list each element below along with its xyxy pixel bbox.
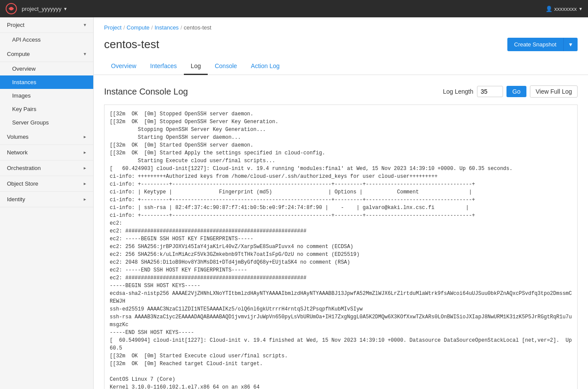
layout: Project ▾ API Access Compute ▾ Overview … — [0, 17, 588, 389]
topbar-project-caret: ▼ — [63, 7, 68, 11]
tab-interfaces[interactable]: Interfaces — [143, 58, 183, 75]
sidebar-project-label: Project — [7, 22, 24, 28]
log-controls: Log Length Go View Full Log — [443, 85, 578, 98]
sidebar-network-header[interactable]: Network ▸ — [0, 145, 93, 160]
tab-action-log[interactable]: Action Log — [244, 58, 287, 75]
topbar-user-caret: ▼ — [578, 7, 583, 11]
tab-console[interactable]: Console — [208, 58, 244, 75]
sidebar-orchestration-header[interactable]: Orchestration ▸ — [0, 160, 93, 176]
tabs: Overview Interfaces Log Console Action L… — [94, 58, 588, 75]
topbar-user[interactable]: 👤 xxxxxxxx ▼ — [546, 6, 583, 12]
create-snapshot-button[interactable]: Create Snapshot — [507, 38, 564, 51]
sidebar-compute-header[interactable]: Compute ▾ — [0, 46, 93, 62]
sidebar-item-overview[interactable]: Overview — [0, 62, 93, 75]
sidebar-object-store-label: Object Store — [7, 180, 38, 187]
breadcrumb-sep2: / — [151, 24, 153, 31]
sidebar-orchestration-caret: ▸ — [84, 165, 86, 171]
sidebar-identity-label: Identity — [7, 196, 25, 203]
sidebar-project-header[interactable]: Project ▾ — [0, 17, 93, 33]
topbar: project_yyyyyyy ▼ 👤 xxxxxxxx ▼ — [0, 0, 588, 17]
sidebar-item-key-pairs-label: Key Pairs — [12, 106, 36, 112]
sidebar-item-server-groups-label: Server Groups — [12, 119, 49, 126]
user-icon: 👤 — [546, 6, 552, 12]
sidebar-item-instances[interactable]: Instances — [0, 75, 93, 89]
breadcrumb-sep1: / — [123, 24, 125, 31]
topbar-project[interactable]: project_yyyyyyy ▼ — [22, 6, 68, 12]
sidebar-orchestration-label: Orchestration — [7, 165, 41, 171]
log-header: Instance Console Log Log Length Go View … — [104, 85, 578, 98]
sidebar-volumes-header[interactable]: Volumes ▸ — [0, 129, 93, 145]
create-snapshot-dropdown-button[interactable]: ▼ — [563, 38, 578, 51]
page-title: centos-test — [104, 38, 159, 51]
sidebar-compute-caret: ▾ — [84, 51, 86, 57]
log-length-label: Log Length — [443, 88, 473, 95]
topbar-project-label: project_yyyyyyy — [22, 6, 62, 12]
log-length-input[interactable] — [477, 86, 503, 97]
tab-overview[interactable]: Overview — [104, 58, 143, 75]
sidebar-object-store-header[interactable]: Object Store ▸ — [0, 176, 93, 192]
sidebar-item-images[interactable]: Images — [0, 89, 93, 102]
sidebar-project-caret: ▾ — [84, 22, 86, 28]
sidebar-item-key-pairs[interactable]: Key Pairs — [0, 102, 93, 116]
sidebar-item-api-access[interactable]: API Access — [0, 33, 93, 46]
main-content: Project / Compute / Instances / centos-t… — [94, 17, 588, 389]
view-full-log-button[interactable]: View Full Log — [530, 85, 578, 98]
breadcrumb-current: centos-test — [184, 24, 212, 31]
topbar-user-label: xxxxxxxx — [554, 6, 577, 12]
breadcrumb-instances[interactable]: Instances — [154, 24, 179, 31]
sidebar-volumes-caret: ▸ — [84, 134, 86, 140]
topbar-left: project_yyyyyyy ▼ — [5, 3, 68, 15]
sidebar-network-caret: ▸ — [84, 150, 86, 155]
sidebar: Project ▾ API Access Compute ▾ Overview … — [0, 17, 94, 389]
sidebar-item-server-groups[interactable]: Server Groups — [0, 116, 93, 129]
content-area: Instance Console Log Log Length Go View … — [94, 75, 588, 389]
sidebar-identity-caret: ▸ — [84, 196, 86, 202]
sidebar-item-api-access-label: API Access — [12, 36, 41, 43]
breadcrumb: Project / Compute / Instances / centos-t… — [94, 17, 588, 34]
page-header: centos-test Create Snapshot ▼ — [94, 34, 588, 58]
sidebar-compute-label: Compute — [7, 51, 30, 57]
console-log: [[32m OK [0m] Stopped OpenSSH server dae… — [104, 105, 578, 389]
go-button[interactable]: Go — [506, 86, 527, 97]
breadcrumb-sep3: / — [180, 24, 182, 31]
create-snapshot-group: Create Snapshot ▼ — [507, 38, 578, 51]
breadcrumb-project[interactable]: Project — [104, 24, 121, 31]
log-title: Instance Console Log — [104, 87, 188, 97]
tab-log[interactable]: Log — [184, 58, 208, 75]
sidebar-object-store-caret: ▸ — [84, 181, 86, 186]
breadcrumb-compute[interactable]: Compute — [127, 24, 150, 31]
sidebar-network-label: Network — [7, 149, 28, 156]
sidebar-item-instances-label: Instances — [12, 79, 36, 85]
logo-icon — [5, 3, 17, 15]
sidebar-identity-header[interactable]: Identity ▸ — [0, 192, 93, 207]
sidebar-volumes-label: Volumes — [7, 134, 29, 140]
sidebar-item-images-label: Images — [12, 92, 31, 99]
sidebar-item-overview-label: Overview — [12, 65, 36, 72]
